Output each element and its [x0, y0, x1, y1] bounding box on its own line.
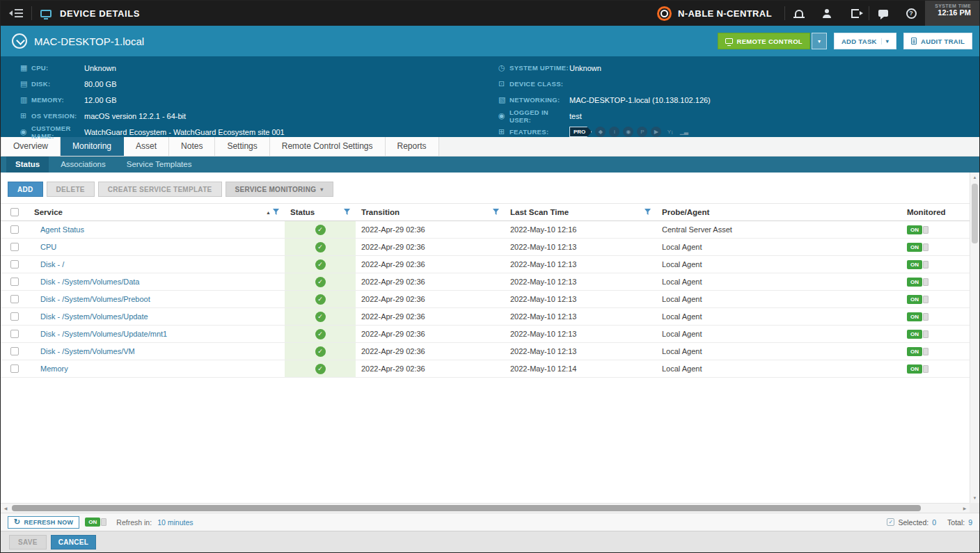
service-link[interactable]: Disk - /System/Volumes/Update/mnt1 — [40, 330, 167, 338]
delete-label: DELETE — [56, 186, 85, 193]
create-service-template-button[interactable]: CREATE SERVICE TEMPLATE — [98, 182, 222, 197]
disk-value: 80.00 GB — [84, 80, 116, 88]
info-row-os-version: ⊞ OS VERSION: macOS version 12.2.1 - 64-… — [20, 108, 473, 124]
column-transition[interactable]: Transition — [356, 204, 505, 221]
add-button[interactable]: ADD — [8, 182, 43, 197]
notifications-button[interactable] — [785, 1, 813, 26]
monitored-toggle[interactable]: ON — [907, 243, 928, 252]
column-probe-agent[interactable]: Probe/Agent — [656, 204, 901, 221]
chevron-down-icon: ▾ — [320, 186, 323, 193]
save-button[interactable]: SAVE — [9, 535, 47, 550]
filter-icon[interactable] — [273, 209, 279, 216]
monitored-toggle[interactable]: ON — [907, 278, 928, 287]
selected-value: 0 — [932, 518, 936, 527]
delete-button[interactable]: DELETE — [47, 182, 95, 197]
device-class-label: DEVICE CLASS: — [509, 80, 569, 88]
service-monitoring-button[interactable]: SERVICE MONITORING ▾ — [226, 182, 333, 197]
service-link[interactable]: Disk - /System/Volumes/VM — [40, 347, 135, 355]
content-area: ADD DELETE CREATE SERVICE TEMPLATE SERVI… — [1, 173, 979, 513]
monitored-toggle[interactable]: ON — [907, 364, 928, 374]
scroll-down-arrow-icon[interactable]: ▼ — [970, 493, 979, 503]
subtab-status[interactable]: Status — [6, 157, 49, 173]
monitored-toggle[interactable]: ON — [907, 312, 928, 321]
row-checkbox[interactable] — [10, 295, 19, 303]
info-row-disk: ▤ DISK: 80.00 GB — [20, 76, 473, 92]
features-icon: ⊞ — [498, 128, 509, 136]
monitored-toggle[interactable]: ON — [907, 347, 928, 356]
remote-control-dropdown-button[interactable]: ▾ — [812, 33, 827, 49]
filter-icon[interactable] — [645, 209, 651, 216]
table-row: Disk - /System/Volumes/Preboot ✓ 2022-Ap… — [1, 291, 970, 308]
logout-button[interactable] — [841, 1, 869, 26]
monitored-toggle[interactable]: ON — [907, 225, 928, 234]
subtab-service-templates[interactable]: Service Templates — [118, 157, 201, 173]
refresh-in-value[interactable]: 10 minutes — [157, 518, 193, 527]
chat-button[interactable] — [869, 1, 897, 26]
row-checkbox[interactable] — [10, 260, 19, 269]
remote-control-label: REMOTE CONTROL — [737, 38, 803, 45]
row-checkbox[interactable] — [10, 225, 19, 234]
shield-icon: ◆ — [595, 127, 606, 137]
scroll-up-arrow-icon[interactable]: ▲ — [970, 173, 979, 182]
table-row: Memory ✓ 2022-Apr-29 02:36 2022-May-10 1… — [1, 360, 970, 378]
help-button[interactable] — [897, 1, 925, 26]
subtab-associations[interactable]: Associations — [52, 157, 115, 173]
refresh-now-button[interactable]: ↻ REFRESH NOW — [8, 516, 79, 529]
cancel-label: CANCEL — [58, 538, 88, 546]
add-task-button[interactable]: ADD TASK ▾ — [834, 33, 896, 49]
select-all-checkbox[interactable] — [10, 208, 19, 216]
transition-cell: 2022-Apr-29 02:36 — [356, 243, 505, 251]
row-checkbox[interactable] — [10, 243, 19, 251]
logged-in-user-label: LOGGED IN USER: — [509, 109, 569, 124]
info-row-system-uptime: ◷ SYSTEM UPTIME: Unknown — [498, 60, 970, 76]
column-status[interactable]: Status — [285, 204, 356, 221]
row-checkbox[interactable] — [10, 278, 19, 286]
monitored-toggle[interactable]: ON — [907, 330, 928, 339]
auto-refresh-toggle[interactable]: ON — [85, 518, 106, 527]
monitored-toggle[interactable]: ON — [907, 295, 928, 304]
networking-label: NETWORKING: — [509, 96, 569, 104]
service-link[interactable]: Agent Status — [40, 225, 84, 234]
scroll-left-arrow-icon[interactable]: ◀ — [1, 504, 10, 513]
column-service[interactable]: Service ▲ — [29, 204, 285, 221]
horizontal-scroll-thumb[interactable] — [12, 505, 921, 511]
vertical-scroll-thumb[interactable] — [972, 184, 978, 243]
row-checkbox[interactable] — [10, 364, 19, 373]
row-checkbox[interactable] — [10, 312, 19, 321]
sort-ascending-icon[interactable]: ▲ — [266, 210, 271, 215]
collapse-device-info-button[interactable] — [12, 33, 27, 49]
remote-screen-icon — [725, 38, 733, 44]
column-last-scan-time[interactable]: Last Scan Time — [505, 204, 656, 221]
row-checkbox[interactable] — [10, 330, 19, 338]
filter-icon[interactable] — [344, 209, 350, 216]
probe-agent-cell: Local Agent — [656, 295, 901, 303]
vertical-scrollbar[interactable]: ▲ ▼ — [970, 173, 979, 503]
toggle-knob — [101, 518, 106, 526]
disk-label: DISK: — [31, 80, 84, 88]
row-checkbox[interactable] — [10, 347, 19, 355]
toggle-on-label: ON — [907, 260, 922, 269]
table-header: Service ▲ Status Transition Last Scan Ti… — [1, 203, 970, 221]
status-ok-icon: ✓ — [315, 329, 326, 339]
service-link[interactable]: CPU — [40, 243, 56, 251]
service-link[interactable]: Disk - /System/Volumes/Data — [40, 278, 139, 286]
service-link[interactable]: Disk - /System/Volumes/Update — [40, 312, 148, 321]
collapse-menu-icon[interactable] — [9, 9, 23, 17]
account-button[interactable] — [813, 1, 841, 26]
filter-icon[interactable] — [493, 209, 499, 216]
remote-control-button[interactable]: REMOTE CONTROL — [718, 33, 810, 49]
uptime-icon: ◷ — [498, 64, 509, 72]
service-link[interactable]: Disk - /System/Volumes/Preboot — [40, 295, 150, 303]
toggle-on-label: ON — [85, 518, 100, 527]
scroll-right-arrow-icon[interactable]: ▶ — [960, 504, 970, 513]
help-icon — [906, 8, 917, 19]
service-link[interactable]: Disk - / — [40, 260, 64, 269]
add-label: ADD — [17, 186, 33, 193]
probe-agent-cell: Local Agent — [656, 312, 901, 321]
monitored-toggle[interactable]: ON — [907, 260, 928, 269]
audit-trail-button[interactable]: AUDIT TRAIL — [903, 33, 972, 49]
service-link[interactable]: Memory — [40, 364, 68, 373]
column-monitored[interactable]: Monitored — [901, 204, 970, 221]
cancel-button[interactable]: CANCEL — [51, 535, 96, 550]
horizontal-scrollbar[interactable]: ◀ ▶ — [1, 503, 970, 513]
